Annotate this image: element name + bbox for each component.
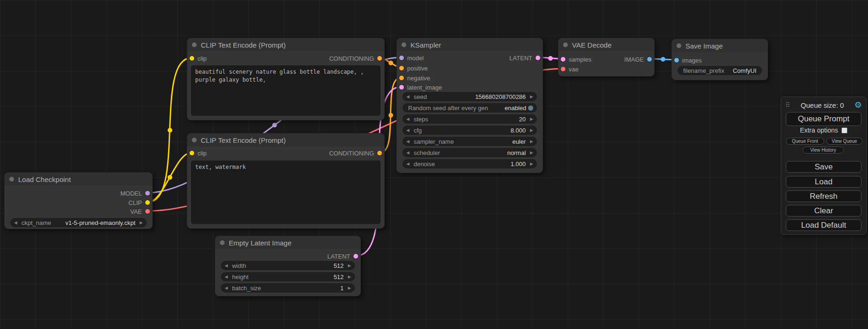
clear-button[interactable]: Clear (786, 205, 861, 217)
model-output-slot[interactable] (145, 191, 150, 196)
node-clip-text-encode-positive[interactable]: CLIP Text Encode (Prompt) clip CONDITION… (187, 38, 385, 120)
prev-arrow-icon[interactable]: ◀ (406, 139, 409, 144)
collapse-toggle-icon[interactable] (192, 42, 197, 47)
latent-output-slot[interactable] (353, 254, 358, 259)
widget-label: steps (414, 116, 428, 123)
next-arrow-icon[interactable]: ▶ (530, 161, 533, 166)
filename-prefix-widget[interactable]: filename_prefix ComfyUI (677, 66, 762, 75)
positive-input-slot[interactable] (399, 66, 404, 70)
next-arrow-icon[interactable]: ▶ (530, 94, 533, 99)
ckpt-name-widget[interactable]: ◀ ckpt_name v1-5-pruned-emaonly.ckpt ▶ (10, 218, 147, 227)
random-seed-toggle-widget[interactable]: Random seed after every gen enabled (402, 103, 537, 112)
toggle-dot-icon[interactable] (528, 105, 533, 111)
node-header[interactable]: Load Checkpoint (5, 173, 152, 186)
node-save-image[interactable]: Save Image images filename_prefix ComfyU… (671, 39, 768, 80)
collapse-toggle-icon[interactable] (9, 177, 14, 182)
node-canvas[interactable]: { "colors": { "model": "#B39DDB", "clip"… (0, 0, 868, 329)
image-output-slot[interactable] (647, 57, 652, 62)
collapse-toggle-icon[interactable] (677, 43, 681, 48)
drag-handle-icon[interactable]: ⠿ (785, 101, 790, 109)
node-title: CLIP Text Encode (Prompt) (201, 136, 286, 144)
node-ksampler[interactable]: KSampler model LATENT positive negative … (396, 38, 543, 173)
link-midpoint-dot (661, 57, 665, 62)
prev-arrow-icon[interactable]: ◀ (225, 286, 228, 290)
prompt-textarea[interactable]: beautiful scenery nature glass bottle la… (191, 65, 381, 116)
output-label: CLIP (128, 199, 142, 206)
link-midpoint-dot (388, 113, 393, 118)
collapse-toggle-icon[interactable] (220, 240, 225, 245)
refresh-button[interactable]: Refresh (786, 190, 861, 202)
load-button[interactable]: Load (786, 176, 861, 188)
next-arrow-icon[interactable]: ▶ (348, 263, 351, 268)
output-label: LATENT (509, 55, 532, 62)
cfg-widget[interactable]: ◀ cfg 8.000 ▶ (402, 126, 537, 135)
prev-arrow-icon[interactable]: ◀ (406, 150, 409, 155)
node-empty-latent-image[interactable]: Empty Latent Image LATENT ◀ width 512 ▶ … (215, 236, 361, 296)
vae-input-slot[interactable] (561, 67, 565, 71)
clip-output-slot[interactable] (145, 200, 150, 205)
node-title: Empty Latent Image (229, 239, 291, 247)
conditioning-output-slot[interactable] (377, 151, 382, 155)
widget-label: height (232, 273, 248, 280)
steps-widget[interactable]: ◀ steps 20 ▶ (402, 114, 537, 124)
next-arrow-icon[interactable]: ▶ (530, 139, 533, 144)
next-arrow-icon[interactable]: ▶ (348, 286, 351, 290)
next-arrow-icon[interactable]: ▶ (530, 128, 533, 133)
next-arrow-icon[interactable]: ▶ (530, 150, 533, 155)
scheduler-widget[interactable]: ◀ scheduler normal ▶ (402, 148, 537, 157)
prev-arrow-icon[interactable]: ◀ (14, 220, 17, 225)
widget-value: 512 (333, 273, 344, 280)
link-midpoint-dot (548, 56, 553, 61)
gear-icon[interactable]: ⚙ (854, 101, 862, 109)
save-button[interactable]: Save (786, 161, 861, 173)
collapse-toggle-icon[interactable] (563, 42, 568, 47)
queue-front-button[interactable]: Queue Front (786, 138, 824, 145)
prev-arrow-icon[interactable]: ◀ (225, 274, 228, 279)
output-label: MODEL (120, 190, 142, 197)
input-label: positive (407, 65, 428, 72)
batch-size-widget[interactable]: ◀ batch_size 1 ▶ (221, 283, 355, 293)
prev-arrow-icon[interactable]: ◀ (406, 117, 409, 121)
next-arrow-icon[interactable]: ▶ (140, 220, 143, 225)
conditioning-output-slot[interactable] (377, 56, 382, 61)
load-default-button[interactable]: Load Default (786, 219, 861, 231)
widget-value: euler (512, 138, 526, 145)
node-header[interactable]: KSampler (397, 38, 543, 51)
prev-arrow-icon[interactable]: ◀ (225, 263, 228, 268)
node-header[interactable]: CLIP Text Encode (Prompt) (187, 38, 384, 51)
collapse-toggle-icon[interactable] (402, 42, 406, 47)
next-arrow-icon[interactable]: ▶ (530, 117, 533, 121)
negative-input-slot[interactable] (399, 76, 404, 80)
collapse-toggle-icon[interactable] (192, 138, 197, 142)
node-header[interactable]: VAE Decode (558, 38, 654, 51)
node-header[interactable]: Empty Latent Image (215, 236, 360, 249)
latent-image-input-slot[interactable] (399, 85, 404, 90)
widget-value: 156680208700286 (475, 93, 526, 100)
seed-widget[interactable]: ◀ seed 156680208700286 ▶ (402, 92, 537, 101)
view-history-button[interactable]: View History (803, 147, 844, 154)
node-header[interactable]: CLIP Text Encode (Prompt) (187, 133, 384, 147)
next-arrow-icon[interactable]: ▶ (348, 274, 351, 279)
node-clip-text-encode-negative[interactable]: CLIP Text Encode (Prompt) clip CONDITION… (187, 133, 385, 229)
widget-value: v1-5-pruned-emaonly.ckpt (65, 219, 135, 226)
widget-value: 20 (519, 116, 526, 123)
view-queue-button[interactable]: View Queue (826, 138, 862, 145)
prev-arrow-icon[interactable]: ◀ (406, 161, 409, 166)
prompt-textarea[interactable]: text, watermark (191, 161, 381, 224)
node-load-checkpoint[interactable]: Load Checkpoint MODEL CLIP VAE ◀ ckpt_na… (4, 172, 153, 229)
vae-output-slot[interactable] (145, 209, 150, 214)
images-input-slot[interactable] (674, 58, 679, 63)
input-label: negative (407, 75, 430, 82)
extra-options-checkbox[interactable] (841, 127, 847, 133)
denoise-widget[interactable]: ◀ denoise 1.000 ▶ (402, 159, 537, 168)
latent-output-slot[interactable] (536, 56, 540, 60)
height-widget[interactable]: ◀ height 512 ▶ (221, 272, 355, 281)
prev-arrow-icon[interactable]: ◀ (406, 128, 409, 133)
queue-prompt-button[interactable]: Queue Prompt (786, 112, 861, 126)
node-title: Save Image (685, 42, 723, 50)
width-widget[interactable]: ◀ width 512 ▶ (221, 261, 355, 270)
prev-arrow-icon[interactable]: ◀ (406, 94, 409, 99)
node-header[interactable]: Save Image (672, 39, 768, 52)
sampler-name-widget[interactable]: ◀ sampler_name euler ▶ (402, 137, 537, 146)
node-vae-decode[interactable]: VAE Decode samples IMAGE vae (558, 38, 655, 77)
